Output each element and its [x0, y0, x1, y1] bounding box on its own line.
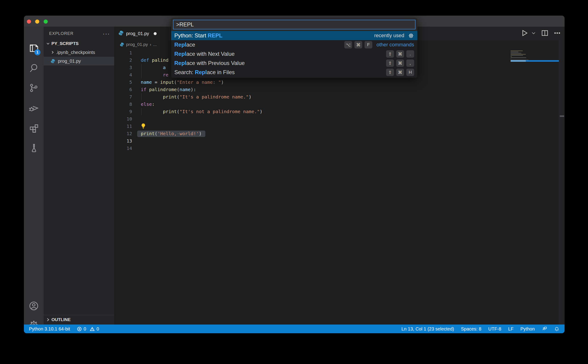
command-item-0[interactable]: Python: Start REPLrecently used — [171, 31, 417, 40]
minimize-window-button[interactable] — [35, 20, 39, 24]
keybinding-key: ⌘ — [396, 50, 404, 58]
keybinding-key: ⌘ — [396, 59, 404, 67]
errors-icon — [77, 327, 82, 332]
python-interpreter-status[interactable]: Python 3.10.1 64-bit — [29, 326, 70, 332]
recently-used-label: recently used — [374, 32, 404, 39]
source-control-icon[interactable] — [24, 81, 44, 95]
line-number: 8 — [114, 101, 132, 108]
other-commands-link[interactable]: other commands — [377, 42, 414, 48]
tab-label: prog_01.py — [126, 31, 149, 36]
extensions-icon[interactable] — [24, 121, 44, 135]
tab-prog-01[interactable]: prog_01.py — [114, 27, 169, 40]
keybinding-key: . — [406, 50, 414, 58]
line-number: 11 — [114, 123, 132, 130]
command-palette: >REPL Python: Start REPLrecently usedRep… — [171, 18, 417, 78]
account-icon[interactable] — [24, 299, 44, 313]
line-number: 2 — [114, 57, 132, 64]
code-line-13: 13 — [114, 137, 565, 145]
line-number: 9 — [114, 108, 132, 115]
close-window-button[interactable] — [27, 20, 31, 24]
keybinding-key: ⇧ — [386, 59, 394, 67]
explorer-tree: PY_SCRIPTS.ipynb_checkpointsprog_01.py — [44, 39, 114, 65]
outline-section[interactable]: OUTLINE — [44, 315, 114, 324]
outline-label: OUTLINE — [52, 317, 71, 322]
code-line-11: 11 — [114, 123, 565, 130]
code-line-9: 9 print("It's not a palindrome name.") — [114, 108, 565, 115]
code-line-14: 14 — [114, 145, 565, 152]
status-bar: Python 3.10.1 64-bit 0 0 Ln 13, Col 1 (2… — [24, 325, 565, 333]
feedback-icon[interactable] — [542, 326, 547, 332]
line-number: 6 — [114, 86, 132, 93]
command-item-2[interactable]: Replace with Next Value⇧⌘. — [171, 49, 417, 58]
warnings-icon — [90, 327, 95, 332]
keybinding-key: F — [364, 41, 372, 48]
search-icon[interactable] — [24, 61, 44, 75]
activity-bar: 1 — [24, 27, 44, 325]
command-query-text: >REPL — [176, 21, 194, 28]
command-results-list: Python: Start REPLrecently usedReplace⌥⌘… — [171, 31, 417, 78]
error-count: 0 — [84, 326, 86, 332]
split-editor-button[interactable] — [541, 29, 548, 38]
explorer-header-label: EXPLORER — [49, 31, 73, 36]
keybinding-key: H — [406, 69, 414, 76]
selected-text: print('Hello,·world!') — [137, 130, 205, 137]
editor-more-actions-button[interactable] — [554, 29, 561, 38]
problems-status[interactable]: 0 0 — [77, 326, 99, 332]
code-line-6: 6if palindrome(name): — [114, 86, 565, 93]
command-input[interactable]: >REPL — [173, 20, 416, 29]
encoding-status[interactable]: UTF-8 — [488, 326, 502, 332]
run-python-file-button[interactable] — [521, 29, 528, 38]
code-line-12: 12print('Hello,·world!') — [114, 130, 565, 137]
vscode-window: 1 EXPLORER ··· PY_SCRIPTS.ipynb — [24, 16, 565, 333]
indentation-status[interactable]: Spaces: 8 — [461, 326, 482, 332]
breadcrumb-separator-icon: › — [150, 42, 151, 47]
keybinding-key: ⇧ — [386, 69, 394, 76]
chevron-down-icon — [46, 42, 51, 46]
breadcrumb-file[interactable]: prog_01.py — [126, 42, 148, 47]
sidebar-item--ipynb-checkpoints[interactable]: .ipynb_checkpoints — [44, 48, 114, 57]
line-number: 12 — [114, 130, 132, 137]
run-dropdown-chevron-icon[interactable] — [531, 31, 536, 37]
code-editor[interactable]: 12def palind3 a4 re5name = input("Enter … — [114, 49, 565, 325]
scrollbar-marker — [560, 116, 564, 117]
sidebar-item-py-scripts[interactable]: PY_SCRIPTS — [44, 39, 114, 48]
command-item-3[interactable]: Replace with Previous Value⇧⌘, — [171, 58, 417, 68]
command-item-4[interactable]: Search: Replace in Files⇧⌘H — [171, 68, 417, 77]
overview-ruler[interactable] — [559, 40, 565, 325]
line-number: 5 — [114, 78, 132, 86]
configure-keybinding-gear-icon[interactable] — [408, 32, 414, 39]
line-number: 4 — [114, 71, 132, 78]
keybinding-key: , — [406, 59, 414, 67]
python-file-icon — [120, 42, 124, 47]
chevron-right-icon — [50, 50, 55, 54]
keybinding-key: ⇧ — [386, 50, 394, 58]
minimap-selection-highlight — [511, 60, 559, 62]
explorer-icon[interactable]: 1 — [24, 41, 44, 56]
line-number: 13 — [114, 137, 132, 145]
unsaved-dot-icon[interactable] — [154, 32, 157, 35]
keybinding-key: ⌘ — [396, 69, 404, 76]
run-and-debug-icon[interactable] — [24, 100, 44, 115]
cursor-position-status[interactable]: Ln 13, Col 1 (23 selected) — [402, 326, 454, 332]
sidebar-item-prog-01-py[interactable]: prog_01.py — [44, 57, 114, 65]
notifications-bell-icon[interactable] — [554, 326, 560, 332]
keybinding-key: ⌥ — [344, 41, 352, 48]
warning-count: 0 — [96, 326, 99, 332]
python-file-icon — [118, 30, 124, 37]
eol-status[interactable]: LF — [508, 326, 513, 332]
command-item-1[interactable]: Replace⌥⌘Fother commands — [171, 40, 417, 49]
line-number: 14 — [114, 145, 132, 152]
explorer-sidebar: EXPLORER ··· PY_SCRIPTS.ipynb_checkpoint… — [44, 27, 114, 325]
minimap[interactable] — [511, 51, 559, 61]
breadcrumb-symbol[interactable]: ... — [153, 42, 157, 47]
explorer-more-actions-icon[interactable]: ··· — [103, 32, 110, 35]
language-mode-status[interactable]: Python — [521, 326, 535, 332]
code-line-5: 5name = input("Enter a name: ") — [114, 78, 565, 86]
zoom-window-button[interactable] — [44, 20, 48, 24]
line-number: 1 — [114, 49, 132, 57]
code-line-8: 8else: — [114, 101, 565, 108]
line-number: 10 — [114, 115, 132, 123]
keybinding-key: ⌘ — [354, 41, 362, 48]
testing-icon[interactable] — [24, 140, 44, 155]
line-number: 7 — [114, 93, 132, 101]
